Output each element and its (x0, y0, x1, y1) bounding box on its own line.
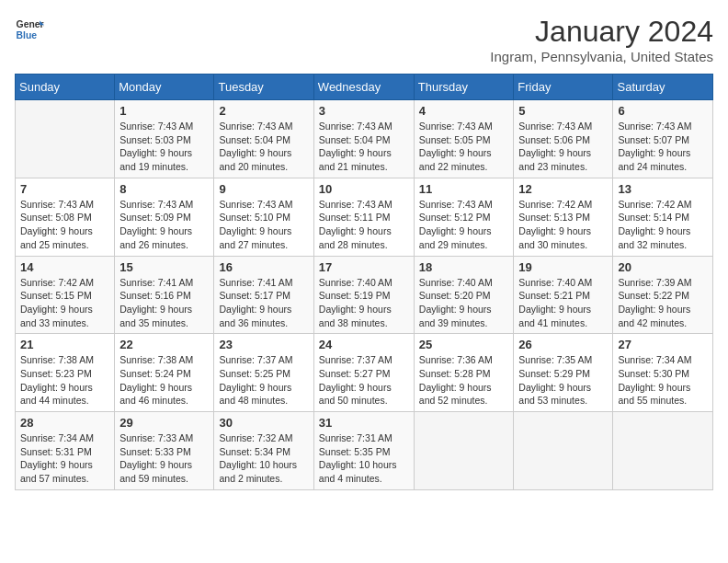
calendar-day-cell: 16Sunrise: 7:41 AM Sunset: 5:17 PM Dayli… (214, 256, 313, 334)
header: General Blue January 2024 Ingram, Pennsy… (15, 15, 713, 64)
day-number: 19 (518, 260, 608, 274)
day-info: Sunrise: 7:35 AM Sunset: 5:29 PM Dayligh… (518, 353, 608, 408)
day-info: Sunrise: 7:32 AM Sunset: 5:34 PM Dayligh… (219, 431, 308, 486)
day-of-week-header: Tuesday (214, 75, 313, 100)
calendar-day-cell: 23Sunrise: 7:37 AM Sunset: 5:25 PM Dayli… (214, 334, 313, 412)
calendar-week-row: 28Sunrise: 7:34 AM Sunset: 5:31 PM Dayli… (16, 412, 713, 490)
logo-icon: General Blue (15, 15, 44, 44)
svg-text:Blue: Blue (17, 30, 38, 40)
day-number: 18 (419, 260, 509, 274)
title-area: January 2024 Ingram, Pennsylvania, Unite… (490, 15, 713, 64)
day-info: Sunrise: 7:43 AM Sunset: 5:09 PM Dayligh… (119, 198, 209, 252)
calendar-day-cell: 8Sunrise: 7:43 AM Sunset: 5:09 PM Daylig… (115, 178, 214, 256)
day-number: 13 (618, 182, 708, 196)
day-number: 11 (419, 182, 509, 196)
day-of-week-header: Wednesday (313, 75, 414, 100)
location-title: Ingram, Pennsylvania, United States (490, 49, 713, 64)
day-number: 30 (219, 416, 308, 430)
day-number: 12 (518, 182, 608, 196)
calendar-day-cell: 21Sunrise: 7:38 AM Sunset: 5:23 PM Dayli… (16, 334, 115, 412)
calendar-week-row: 14Sunrise: 7:42 AM Sunset: 5:15 PM Dayli… (16, 256, 713, 334)
calendar-day-cell: 9Sunrise: 7:43 AM Sunset: 5:10 PM Daylig… (214, 178, 313, 256)
calendar-day-cell: 2Sunrise: 7:43 AM Sunset: 5:04 PM Daylig… (214, 100, 313, 178)
day-info: Sunrise: 7:43 AM Sunset: 5:03 PM Dayligh… (119, 120, 209, 174)
day-number: 2 (219, 104, 308, 118)
day-number: 26 (518, 338, 608, 351)
calendar-week-row: 7Sunrise: 7:43 AM Sunset: 5:08 PM Daylig… (16, 178, 713, 256)
day-number: 31 (319, 416, 409, 430)
day-info: Sunrise: 7:38 AM Sunset: 5:23 PM Dayligh… (20, 353, 109, 408)
day-number: 8 (119, 182, 209, 196)
day-info: Sunrise: 7:43 AM Sunset: 5:11 PM Dayligh… (319, 198, 409, 252)
calendar-day-cell: 31Sunrise: 7:31 AM Sunset: 5:35 PM Dayli… (313, 412, 414, 490)
calendar-day-cell: 7Sunrise: 7:43 AM Sunset: 5:08 PM Daylig… (16, 178, 115, 256)
calendar-day-cell: 5Sunrise: 7:43 AM Sunset: 5:06 PM Daylig… (514, 100, 613, 178)
day-number: 23 (219, 338, 308, 351)
day-info: Sunrise: 7:43 AM Sunset: 5:05 PM Dayligh… (419, 120, 509, 174)
day-number: 21 (20, 338, 109, 351)
day-info: Sunrise: 7:39 AM Sunset: 5:22 PM Dayligh… (618, 276, 708, 330)
logo: General Blue (15, 15, 44, 44)
day-info: Sunrise: 7:42 AM Sunset: 5:15 PM Dayligh… (20, 276, 109, 330)
day-of-week-header: Monday (115, 75, 214, 100)
day-number: 6 (618, 104, 708, 118)
day-info: Sunrise: 7:34 AM Sunset: 5:31 PM Dayligh… (20, 431, 109, 486)
calendar-day-cell: 30Sunrise: 7:32 AM Sunset: 5:34 PM Dayli… (214, 412, 313, 490)
day-number: 22 (119, 338, 209, 351)
calendar-table: SundayMondayTuesdayWednesdayThursdayFrid… (15, 74, 713, 490)
calendar-day-cell: 17Sunrise: 7:40 AM Sunset: 5:19 PM Dayli… (313, 256, 414, 334)
calendar-day-cell: 4Sunrise: 7:43 AM Sunset: 5:05 PM Daylig… (414, 100, 514, 178)
calendar-body: 1Sunrise: 7:43 AM Sunset: 5:03 PM Daylig… (16, 100, 713, 490)
day-number: 14 (20, 260, 109, 274)
day-number: 1 (119, 104, 209, 118)
calendar-header-row: SundayMondayTuesdayWednesdayThursdayFrid… (16, 75, 713, 100)
calendar-day-cell: 28Sunrise: 7:34 AM Sunset: 5:31 PM Dayli… (16, 412, 115, 490)
day-number: 4 (419, 104, 509, 118)
day-info: Sunrise: 7:34 AM Sunset: 5:30 PM Dayligh… (618, 353, 708, 408)
day-info: Sunrise: 7:43 AM Sunset: 5:04 PM Dayligh… (319, 120, 409, 174)
calendar-day-cell: 15Sunrise: 7:41 AM Sunset: 5:16 PM Dayli… (115, 256, 214, 334)
calendar-day-cell: 3Sunrise: 7:43 AM Sunset: 5:04 PM Daylig… (313, 100, 414, 178)
calendar-day-cell: 14Sunrise: 7:42 AM Sunset: 5:15 PM Dayli… (16, 256, 115, 334)
calendar-day-cell (16, 100, 115, 178)
day-info: Sunrise: 7:43 AM Sunset: 5:07 PM Dayligh… (618, 120, 708, 174)
day-info: Sunrise: 7:40 AM Sunset: 5:19 PM Dayligh… (319, 276, 409, 330)
calendar-week-row: 1Sunrise: 7:43 AM Sunset: 5:03 PM Daylig… (16, 100, 713, 178)
calendar-day-cell: 29Sunrise: 7:33 AM Sunset: 5:33 PM Dayli… (115, 412, 214, 490)
day-info: Sunrise: 7:43 AM Sunset: 5:04 PM Dayligh… (219, 120, 308, 174)
calendar-day-cell: 11Sunrise: 7:43 AM Sunset: 5:12 PM Dayli… (414, 178, 514, 256)
calendar-day-cell (514, 412, 613, 490)
calendar-day-cell: 10Sunrise: 7:43 AM Sunset: 5:11 PM Dayli… (313, 178, 414, 256)
calendar-day-cell (613, 412, 713, 490)
day-number: 27 (618, 338, 708, 351)
day-info: Sunrise: 7:41 AM Sunset: 5:17 PM Dayligh… (219, 276, 308, 330)
day-of-week-header: Sunday (16, 75, 115, 100)
day-number: 25 (419, 338, 509, 351)
calendar-day-cell (414, 412, 514, 490)
day-info: Sunrise: 7:31 AM Sunset: 5:35 PM Dayligh… (319, 431, 409, 486)
calendar-day-cell: 18Sunrise: 7:40 AM Sunset: 5:20 PM Dayli… (414, 256, 514, 334)
calendar-day-cell: 25Sunrise: 7:36 AM Sunset: 5:28 PM Dayli… (414, 334, 514, 412)
day-info: Sunrise: 7:42 AM Sunset: 5:13 PM Dayligh… (518, 198, 608, 252)
calendar-day-cell: 19Sunrise: 7:40 AM Sunset: 5:21 PM Dayli… (514, 256, 613, 334)
calendar-day-cell: 20Sunrise: 7:39 AM Sunset: 5:22 PM Dayli… (613, 256, 713, 334)
day-number: 24 (319, 338, 409, 351)
day-info: Sunrise: 7:33 AM Sunset: 5:33 PM Dayligh… (119, 431, 209, 486)
calendar-day-cell: 12Sunrise: 7:42 AM Sunset: 5:13 PM Dayli… (514, 178, 613, 256)
calendar-week-row: 21Sunrise: 7:38 AM Sunset: 5:23 PM Dayli… (16, 334, 713, 412)
calendar-day-cell: 13Sunrise: 7:42 AM Sunset: 5:14 PM Dayli… (613, 178, 713, 256)
day-info: Sunrise: 7:41 AM Sunset: 5:16 PM Dayligh… (119, 276, 209, 330)
day-info: Sunrise: 7:40 AM Sunset: 5:20 PM Dayligh… (419, 276, 509, 330)
day-of-week-header: Saturday (613, 75, 713, 100)
day-info: Sunrise: 7:42 AM Sunset: 5:14 PM Dayligh… (618, 198, 708, 252)
day-info: Sunrise: 7:37 AM Sunset: 5:27 PM Dayligh… (319, 353, 409, 408)
day-info: Sunrise: 7:43 AM Sunset: 5:06 PM Dayligh… (518, 120, 608, 174)
day-info: Sunrise: 7:43 AM Sunset: 5:08 PM Dayligh… (20, 198, 109, 252)
day-number: 29 (119, 416, 209, 430)
calendar-day-cell: 26Sunrise: 7:35 AM Sunset: 5:29 PM Dayli… (514, 334, 613, 412)
day-number: 17 (319, 260, 409, 274)
day-number: 10 (319, 182, 409, 196)
day-number: 9 (219, 182, 308, 196)
calendar-day-cell: 22Sunrise: 7:38 AM Sunset: 5:24 PM Dayli… (115, 334, 214, 412)
day-info: Sunrise: 7:40 AM Sunset: 5:21 PM Dayligh… (518, 276, 608, 330)
